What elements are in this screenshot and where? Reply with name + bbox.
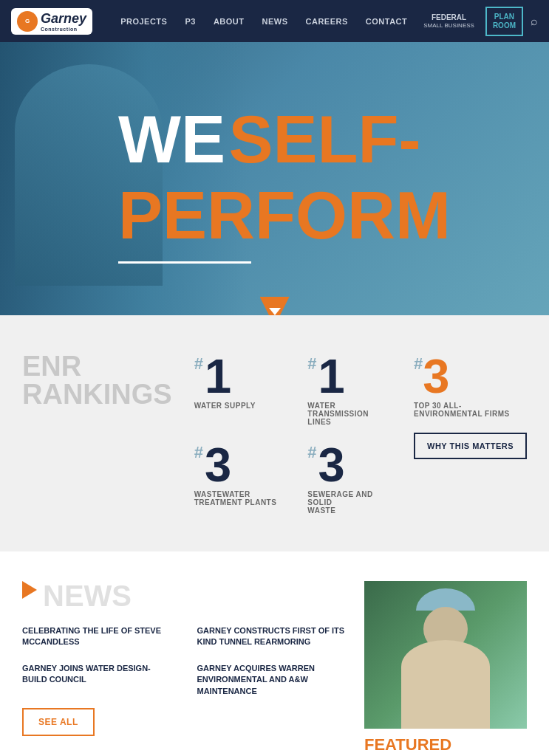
hash-2: # [307, 356, 316, 372]
enr-title-col: ENR RANKINGS [22, 352, 172, 408]
news-columns: CELEBRATING THE LIFE OF STEVE MCCANDLESS… [22, 625, 349, 736]
news-section: NEWS CELEBRATING THE LIFE OF STEVE MCCAN… [0, 551, 549, 756]
ranking-water-supply: # 1 WATER SUPPLY [194, 352, 279, 426]
navbar: G Garney Construction PROJECTS P3 ABOUT … [0, 0, 549, 42]
nav-news[interactable]: NEWS [253, 17, 297, 26]
body-shape [401, 640, 490, 729]
logo-box[interactable]: G Garney Construction [11, 8, 92, 35]
nav-about[interactable]: ABOUT [205, 17, 253, 26]
hash-top30: # [414, 356, 423, 372]
logo-area: G Garney Construction [11, 8, 92, 35]
news-triangle-icon [22, 581, 37, 599]
news-col-2: GARNEY CONSTRUCTS FIRST OF ITS KIND TUNN… [197, 625, 350, 736]
rank-num-2: 1 [318, 352, 345, 400]
hash-4: # [307, 444, 316, 461]
rank-num-3: 3 [205, 441, 231, 489]
logo-brand: Garney [41, 11, 86, 27]
news-item-2[interactable]: GARNEY JOINS WATER DESIGN-BUILD COUNCIL [22, 663, 175, 686]
nav-careers[interactable]: CAREERS [297, 17, 357, 26]
rank-num-1: 1 [205, 352, 231, 400]
top30-number: 3 [423, 352, 449, 400]
ranking-water-transmission: # 1 WATER TRANSMISSIONLINES [307, 352, 392, 426]
enr-right-col: # 3 TOP 30 ALL-ENVIRONMENTAL FIRMS WHY T… [414, 352, 527, 459]
rank-label-4: SEWERAGE AND SOLIDWASTE [307, 490, 392, 515]
news-main-row: NEWS CELEBRATING THE LIFE OF STEVE MCCAN… [22, 581, 527, 756]
enr-title-line1: ENR [22, 352, 172, 380]
rank-num-4: 3 [318, 441, 345, 489]
news-title: NEWS [43, 581, 132, 611]
logo-sub: Construction [41, 27, 86, 32]
news-col-1: CELEBRATING THE LIFE OF STEVE MCCANDLESS… [22, 625, 175, 736]
logo-icon: G [17, 11, 38, 32]
ranking-sewerage: # 3 SEWERAGE AND SOLIDWASTE [307, 441, 392, 515]
news-item-3[interactable]: GARNEY CONSTRUCTS FIRST OF ITS KIND TUNN… [197, 625, 350, 648]
enr-section: ENR RANKINGS # 1 WATER SUPPLY # 1 WATER … [0, 315, 549, 551]
hero-we-text: WE [118, 103, 225, 176]
featured-employee-label: FEATUREDEMPLOYEE-OWNER [364, 736, 527, 756]
nav-federal[interactable]: FEDERAL SMALL BUSINESS [416, 13, 482, 30]
hash-3: # [194, 444, 203, 461]
top30-label: TOP 30 ALL-ENVIRONMENTAL FIRMS [414, 402, 510, 418]
featured-employee-photo [364, 581, 527, 729]
nav-p3[interactable]: P3 [176, 17, 204, 26]
rank-label-1: WATER SUPPLY [194, 402, 279, 410]
see-all-button[interactable]: SEE ALL [22, 708, 95, 736]
search-icon[interactable]: ⌕ [523, 15, 538, 28]
featured-employee-card: FEATUREDEMPLOYEE-OWNER JEFFREY MORALES W… [364, 581, 527, 756]
rank-label-2: WATER TRANSMISSIONLINES [307, 402, 392, 426]
plan-room-button[interactable]: PLAN ROOM [485, 7, 523, 36]
rank-label-3: WASTEWATERTREATMENT PLANTS [194, 490, 279, 506]
news-item-4[interactable]: GARNEY ACQUIRES WARREN ENVIRONMENTAL AND… [197, 663, 350, 697]
nav-links: PROJECTS P3 ABOUT NEWS CAREERS CONTACT F… [112, 7, 538, 36]
hero-divider [118, 261, 251, 264]
hero-section: WE Self-Perform [0, 42, 549, 315]
nav-projects[interactable]: PROJECTS [112, 17, 176, 26]
nav-contact[interactable]: CONTACT [357, 17, 416, 26]
hero-content: WE Self-Perform [118, 102, 534, 271]
hash-1: # [194, 356, 203, 372]
ranking-wastewater: # 3 WASTEWATERTREATMENT PLANTS [194, 441, 279, 515]
enr-rankings-grid: # 1 WATER SUPPLY # 1 WATER TRANSMISSIONL… [194, 352, 392, 515]
why-this-matters-button[interactable]: WHY THIS MATTERS [414, 433, 527, 459]
news-left: NEWS CELEBRATING THE LIFE OF STEVE MCCAN… [22, 581, 349, 736]
enr-title-line2: RANKINGS [22, 380, 172, 408]
news-item-1[interactable]: CELEBRATING THE LIFE OF STEVE MCCANDLESS [22, 625, 175, 648]
